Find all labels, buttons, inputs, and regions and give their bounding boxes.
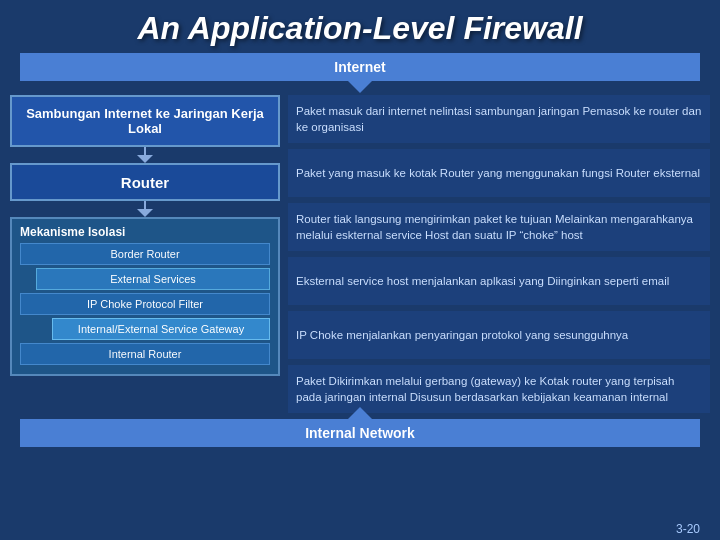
desc-text-2: Paket yang masuk ke kotak Router yang me… (296, 165, 700, 181)
router-label: Router (121, 174, 169, 191)
page-title: An Application-Level Firewall (0, 0, 720, 47)
sambungan-label: Sambungan Internet ke Jaringan Kerja Lok… (24, 106, 266, 136)
desc-text-5: IP Choke menjalankan penyaringan protoko… (296, 327, 628, 343)
desc-box-2: Paket yang masuk ke kotak Router yang me… (288, 149, 710, 197)
router-box: Router (10, 163, 280, 201)
right-column: Paket masuk dari internet nelintasi samb… (288, 95, 710, 413)
internal-router-box: Internal Router (20, 343, 270, 365)
mechanism-box: Mekanisme Isolasi Border Router External… (10, 217, 280, 376)
sambungan-box: Sambungan Internet ke Jaringan Kerja Lok… (10, 95, 280, 147)
border-router-box: Border Router (20, 243, 270, 265)
arrow-connector-1 (10, 147, 280, 163)
mechanism-title: Mekanisme Isolasi (20, 225, 270, 239)
arrow-connector-2 (10, 201, 280, 217)
desc-box-5: IP Choke menjalankan penyaringan protoko… (288, 311, 710, 359)
main-content: Sambungan Internet ke Jaringan Kerja Lok… (10, 95, 710, 413)
desc-box-1: Paket masuk dari internet nelintasi samb… (288, 95, 710, 143)
internal-network-label: Internal Network (305, 425, 415, 441)
desc-box-4: Eksternal service host menjalankan aplka… (288, 257, 710, 305)
internet-bar: Internet (20, 53, 700, 81)
desc-text-6: Paket Dikirimkan melalui gerbang (gatewa… (296, 373, 702, 405)
left-column: Sambungan Internet ke Jaringan Kerja Lok… (10, 95, 280, 413)
ip-choke-box: IP Choke Protocol Filter (20, 293, 270, 315)
external-services-box: External Services (36, 268, 270, 290)
gateway-box: Internal/External Service Gateway (52, 318, 270, 340)
desc-text-1: Paket masuk dari internet nelintasi samb… (296, 103, 702, 135)
internet-label: Internet (334, 59, 385, 75)
desc-box-6: Paket Dikirimkan melalui gerbang (gatewa… (288, 365, 710, 413)
desc-text-3: Router tiak langsung mengirimkan paket k… (296, 211, 702, 243)
desc-text-4: Eksternal service host menjalankan aplka… (296, 273, 669, 289)
page-number: 3-20 (676, 522, 700, 536)
desc-box-3: Router tiak langsung mengirimkan paket k… (288, 203, 710, 251)
internal-network-bar: Internal Network (20, 419, 700, 447)
